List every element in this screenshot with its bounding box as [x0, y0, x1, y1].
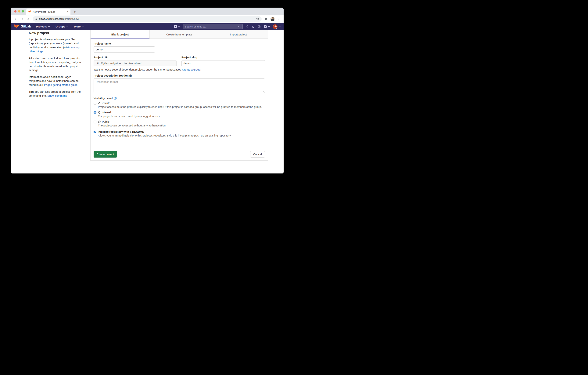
- visibility-option-desc: The project can be accessed by any logge…: [98, 114, 160, 118]
- project-name-input[interactable]: [94, 46, 155, 53]
- browser-window: New Project · GitLab ✕ + gitlab.widgetco…: [11, 8, 284, 174]
- browser-tabbar: New Project · GitLab ✕ +: [11, 8, 284, 15]
- globe-icon: [98, 120, 101, 123]
- tab-title: New Project · GitLab: [32, 11, 65, 13]
- project-name-label: Project name: [94, 42, 265, 45]
- nav-item-more[interactable]: More: [74, 25, 84, 28]
- visibility-option-desc: The project can be accessed without any …: [98, 124, 166, 128]
- project-url-input[interactable]: [94, 60, 177, 66]
- user-avatar: [273, 24, 278, 29]
- project-url-label: Project URL: [94, 56, 177, 59]
- project-description-label: Project description (optional): [94, 74, 265, 77]
- tab-create-from-template[interactable]: Create from template: [149, 30, 209, 38]
- address-bar[interactable]: gitlab.widgetcorp.tech/projects/new: [33, 16, 262, 22]
- visibility-option-desc: Project access must be granted explicitl…: [98, 105, 262, 109]
- namespace-hint: Want to house several dependent projects…: [94, 68, 265, 71]
- pages-guide-link[interactable]: Pages getting started guide: [44, 83, 78, 87]
- user-menu-button[interactable]: [273, 24, 281, 29]
- nav-item-projects[interactable]: Projects: [36, 25, 50, 28]
- create-project-button[interactable]: Create project: [94, 151, 117, 157]
- browser-profile-avatar[interactable]: [270, 16, 275, 22]
- visibility-option-public: Public The project can be accessed witho…: [94, 120, 265, 128]
- project-slug-input[interactable]: [181, 60, 265, 66]
- forward-icon[interactable]: [19, 16, 24, 22]
- visibility-option-internal: Internal The project can be accessed by …: [94, 111, 265, 118]
- merge-requests-icon[interactable]: [252, 25, 255, 28]
- visibility-help-icon[interactable]: ?: [114, 97, 117, 100]
- readme-checkbox-label: Initialize repository with a README: [98, 130, 144, 133]
- new-tab-button[interactable]: +: [72, 10, 77, 14]
- public-radio[interactable]: [94, 121, 96, 123]
- lock-icon: [98, 102, 101, 105]
- new-menu-button[interactable]: +: [174, 25, 180, 28]
- browser-tab[interactable]: New Project · GitLab ✕: [26, 9, 71, 15]
- visibility-option-name: Private: [102, 102, 110, 105]
- lock-icon: [35, 18, 38, 20]
- zoom-window-button[interactable]: [22, 10, 24, 12]
- create-a-group-link[interactable]: Create a group.: [182, 68, 201, 71]
- search-icon: [238, 25, 241, 28]
- visibility-level-label: Visibility Level: [94, 97, 113, 100]
- close-window-button[interactable]: [14, 10, 16, 12]
- new-project-sidebar: New project A project is where you house…: [29, 31, 83, 101]
- close-tab-icon[interactable]: ✕: [66, 11, 69, 13]
- todos-icon[interactable]: [258, 25, 261, 28]
- visibility-option-name: Public: [102, 120, 109, 123]
- back-icon[interactable]: [13, 16, 18, 22]
- shield-icon: [98, 111, 101, 114]
- project-slug-label: Project slug: [181, 56, 265, 59]
- browser-menu-kebab-icon[interactable]: [276, 16, 281, 22]
- cancel-button[interactable]: Cancel: [250, 151, 265, 157]
- url-text: gitlab.widgetcorp.tech/projects/new: [39, 17, 79, 20]
- minimize-window-button[interactable]: [18, 10, 20, 12]
- browser-toolbar: gitlab.widgetcorp.tech/projects/new: [11, 15, 284, 23]
- project-description-textarea[interactable]: [94, 78, 265, 93]
- sidebar-tip: Tip: You can also create a project from …: [29, 90, 83, 98]
- window-controls: [14, 10, 24, 12]
- extensions-puzzle-icon[interactable]: [264, 16, 269, 22]
- gitlab-navbar: GitLab Projects Groups More +: [11, 23, 284, 30]
- project-type-tabs: Blank project Create from template Impor…: [91, 30, 268, 39]
- tab-blank-project[interactable]: Blank project: [91, 30, 149, 38]
- reload-icon[interactable]: [25, 16, 31, 22]
- visibility-option-private: Private Project access must be granted e…: [94, 102, 265, 109]
- help-icon: ?: [264, 25, 267, 28]
- global-search[interactable]: [183, 24, 243, 29]
- gitlab-wordmark: GitLab: [21, 25, 31, 28]
- sidebar-paragraph: All features are enabled for blank proje…: [29, 56, 83, 72]
- help-menu-button[interactable]: ?: [264, 25, 270, 28]
- gitlab-favicon-icon: [28, 11, 31, 13]
- nav-item-groups[interactable]: Groups: [55, 25, 68, 28]
- show-command-link[interactable]: Show command: [47, 94, 67, 97]
- plus-icon: +: [174, 25, 177, 28]
- visibility-option-name: Internal: [102, 111, 111, 114]
- page-title: New project: [29, 31, 83, 35]
- page-content: New project A project is where you house…: [11, 30, 284, 174]
- internal-radio[interactable]: [94, 111, 96, 114]
- sidebar-paragraph: Information about additional Pages templ…: [29, 75, 83, 87]
- issues-icon[interactable]: [245, 25, 249, 28]
- tab-import-project[interactable]: Import project: [209, 30, 268, 38]
- sidebar-paragraph: A project is where you house your files …: [29, 38, 83, 54]
- blank-project-form: Project name Project URL Project slug Wa…: [91, 39, 268, 161]
- readme-checkbox[interactable]: [94, 131, 96, 133]
- private-radio[interactable]: [94, 102, 96, 105]
- search-input[interactable]: [185, 25, 238, 28]
- readme-description: Allows you to immediately clone this pro…: [98, 134, 265, 138]
- bookmark-star-icon[interactable]: [256, 17, 259, 21]
- gitlab-logo[interactable]: GitLab: [14, 24, 31, 29]
- tanuki-icon: [14, 24, 19, 29]
- new-project-panel: Blank project Create from template Impor…: [90, 30, 268, 161]
